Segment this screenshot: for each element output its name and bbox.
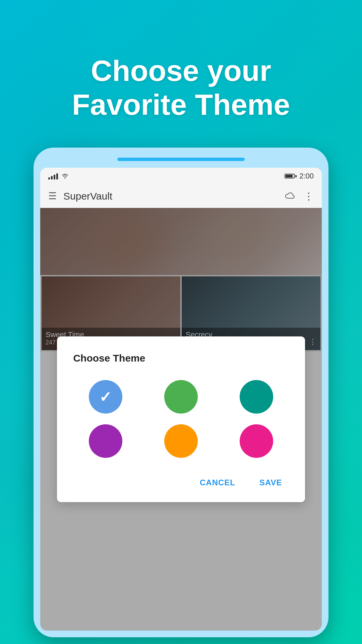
battery-fill bbox=[286, 175, 292, 177]
hero-text: Choose your Favorite Theme bbox=[0, 54, 362, 121]
color-grid bbox=[73, 380, 289, 458]
signal-bar-1 bbox=[48, 177, 50, 179]
color-option-green[interactable] bbox=[164, 380, 198, 414]
signal-bar-3 bbox=[54, 175, 55, 179]
signal-bar-4 bbox=[56, 173, 58, 179]
app-toolbar: ☰ SuperVault ⋮ bbox=[40, 184, 322, 208]
dialog-overlay: Choose Theme CANCEL SAVE bbox=[40, 208, 322, 631]
phone-screen: 2:00 ☰ SuperVault ⋮ bbox=[40, 168, 322, 631]
save-button[interactable]: SAVE bbox=[253, 474, 289, 491]
toolbar-icons: ⋮ bbox=[285, 190, 314, 202]
menu-icon[interactable]: ☰ bbox=[48, 191, 57, 202]
wifi-icon bbox=[61, 173, 69, 179]
color-option-teal[interactable] bbox=[240, 380, 273, 414]
signal-bar-2 bbox=[51, 176, 53, 179]
more-options-icon[interactable]: ⋮ bbox=[304, 190, 314, 202]
signal-bars-icon bbox=[48, 173, 58, 179]
battery-tip bbox=[295, 175, 297, 177]
cloud-icon[interactable] bbox=[285, 191, 296, 202]
color-option-blue[interactable] bbox=[89, 380, 122, 414]
status-bar: 2:00 bbox=[40, 168, 322, 184]
color-option-orange[interactable] bbox=[164, 424, 198, 458]
battery-body bbox=[285, 174, 295, 178]
cancel-button[interactable]: CANCEL bbox=[193, 474, 242, 491]
status-right: 2:00 bbox=[285, 172, 314, 180]
battery-icon bbox=[285, 174, 297, 178]
hero-line1: Choose your bbox=[20, 54, 342, 88]
hero-line2: Favorite Theme bbox=[20, 88, 342, 121]
dialog-actions: CANCEL SAVE bbox=[73, 474, 289, 491]
status-left bbox=[48, 173, 69, 179]
app-title: SuperVault bbox=[63, 191, 285, 202]
choose-theme-dialog: Choose Theme CANCEL SAVE bbox=[57, 336, 305, 502]
phone-frame: 2:00 ☰ SuperVault ⋮ bbox=[34, 148, 328, 637]
phone-top-bar bbox=[117, 158, 245, 161]
dialog-title: Choose Theme bbox=[73, 353, 289, 364]
content-area: Sweet Time 247 ⋮ Secrecy 173 ⋮ Choose Th… bbox=[40, 208, 322, 631]
color-option-purple[interactable] bbox=[89, 424, 122, 458]
color-option-pink[interactable] bbox=[240, 424, 273, 458]
status-time: 2:00 bbox=[299, 172, 314, 180]
